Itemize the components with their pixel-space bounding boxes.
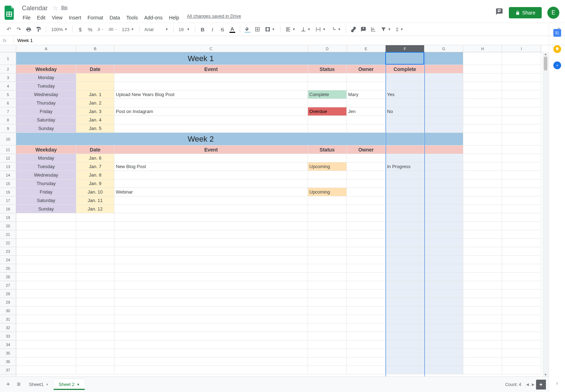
cell[interactable] xyxy=(347,323,386,332)
row-header[interactable]: 35 xyxy=(0,349,16,357)
cell[interactable] xyxy=(424,256,463,264)
cell[interactable]: Upload New Years Blog Post xyxy=(114,90,308,99)
row-header[interactable]: 36 xyxy=(0,357,16,366)
tab-sheet1[interactable]: Sheet1 ▼ xyxy=(24,379,54,390)
cell[interactable] xyxy=(463,230,502,239)
cell[interactable] xyxy=(114,357,308,366)
row-header[interactable]: 25 xyxy=(0,264,16,273)
cell[interactable] xyxy=(424,290,463,298)
cell[interactable]: Jan. 7 xyxy=(76,162,114,171)
cell[interactable] xyxy=(347,99,386,107)
cell[interactable] xyxy=(76,239,114,247)
cell[interactable] xyxy=(386,222,424,230)
cell[interactable] xyxy=(502,264,541,273)
cell[interactable] xyxy=(308,124,347,133)
cell[interactable] xyxy=(308,307,347,315)
cell[interactable] xyxy=(424,145,463,154)
cell[interactable] xyxy=(502,99,541,107)
cell[interactable] xyxy=(114,332,308,340)
cell[interactable] xyxy=(463,90,502,99)
cell[interactable] xyxy=(424,154,463,162)
cell[interactable] xyxy=(16,273,76,281)
column-header-E[interactable]: E xyxy=(347,45,386,52)
cell[interactable] xyxy=(76,273,114,281)
cell[interactable] xyxy=(114,196,308,205)
cell[interactable] xyxy=(347,222,386,230)
add-sheet-button[interactable]: + xyxy=(3,379,13,390)
cell[interactable] xyxy=(308,205,347,213)
cell[interactable] xyxy=(463,290,502,298)
cell[interactable] xyxy=(76,357,114,366)
cell[interactable] xyxy=(424,205,463,213)
cell[interactable]: Date xyxy=(76,65,114,73)
cell[interactable] xyxy=(463,222,502,230)
cell[interactable] xyxy=(16,230,76,239)
cell[interactable]: Event xyxy=(114,145,308,154)
cell[interactable] xyxy=(386,290,424,298)
cell[interactable] xyxy=(502,298,541,307)
tab-nav-left[interactable]: ◀ xyxy=(525,382,530,386)
selection-count[interactable]: Count: 4 xyxy=(505,382,521,387)
cell[interactable] xyxy=(424,90,463,99)
cell[interactable] xyxy=(463,162,502,171)
cell[interactable] xyxy=(347,230,386,239)
cell[interactable] xyxy=(308,298,347,307)
cell[interactable] xyxy=(308,264,347,273)
cell[interactable]: Upcoming xyxy=(308,188,347,196)
cell[interactable] xyxy=(347,247,386,256)
cell[interactable] xyxy=(502,366,541,374)
cell[interactable] xyxy=(463,52,502,65)
cell[interactable] xyxy=(502,65,541,73)
cell[interactable] xyxy=(347,290,386,298)
cell[interactable] xyxy=(347,73,386,82)
row-header[interactable]: 1 xyxy=(0,52,16,65)
cell[interactable]: Friday xyxy=(16,188,76,196)
cell[interactable] xyxy=(347,264,386,273)
cell[interactable] xyxy=(308,357,347,366)
cell[interactable] xyxy=(16,357,76,366)
decrease-decimal-button[interactable]: .0 ← xyxy=(95,25,106,34)
cell[interactable] xyxy=(424,171,463,179)
cell[interactable] xyxy=(76,247,114,256)
text-color-button[interactable]: A xyxy=(228,25,237,34)
cell[interactable] xyxy=(424,116,463,124)
cell[interactable] xyxy=(386,340,424,349)
cell[interactable] xyxy=(308,349,347,357)
cell[interactable] xyxy=(463,145,502,154)
cell[interactable] xyxy=(463,73,502,82)
menu-view[interactable]: View xyxy=(49,13,65,22)
column-header-F[interactable]: F xyxy=(386,45,424,52)
cell[interactable] xyxy=(502,315,541,323)
cell[interactable] xyxy=(347,281,386,290)
cell[interactable] xyxy=(347,273,386,281)
cell[interactable] xyxy=(308,230,347,239)
cell[interactable] xyxy=(502,222,541,230)
cell[interactable]: Webinar xyxy=(114,188,308,196)
cell[interactable] xyxy=(386,273,424,281)
cell[interactable] xyxy=(347,154,386,162)
fx-icon[interactable]: fx xyxy=(3,38,13,43)
insert-link-button[interactable] xyxy=(349,25,358,34)
cell[interactable] xyxy=(463,124,502,133)
cell[interactable] xyxy=(424,298,463,307)
row-header[interactable]: 34 xyxy=(0,340,16,349)
cell[interactable]: Sunday xyxy=(16,124,76,133)
cell[interactable] xyxy=(114,99,308,107)
cell[interactable] xyxy=(386,73,424,82)
cell[interactable]: Event xyxy=(114,65,308,73)
cell[interactable] xyxy=(114,205,308,213)
cell[interactable] xyxy=(76,213,114,222)
cell[interactable]: Jan. 9 xyxy=(76,179,114,188)
cell[interactable] xyxy=(463,239,502,247)
cell[interactable] xyxy=(424,99,463,107)
cell[interactable] xyxy=(424,366,463,374)
cell[interactable] xyxy=(502,116,541,124)
row-header[interactable]: 10 xyxy=(0,133,16,145)
cell[interactable] xyxy=(16,290,76,298)
column-header-H[interactable]: H xyxy=(463,45,502,52)
cell[interactable] xyxy=(76,332,114,340)
cell[interactable] xyxy=(424,273,463,281)
cell[interactable] xyxy=(16,264,76,273)
row-header[interactable]: 17 xyxy=(0,196,16,205)
cell[interactable] xyxy=(386,99,424,107)
